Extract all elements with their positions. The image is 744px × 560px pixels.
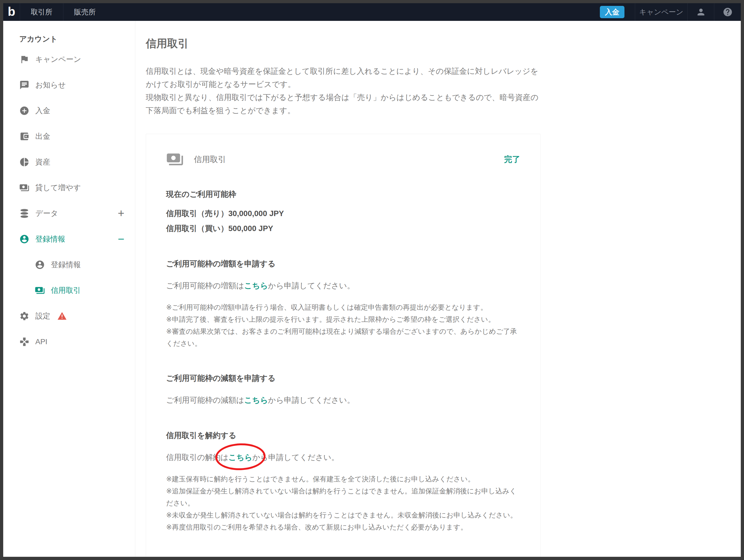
tab-exchange[interactable]: 取引所 [20,3,63,21]
increase-here-link[interactable]: こちら [244,281,268,290]
sidebar-item-withdraw[interactable]: 出金 [3,123,135,149]
bitbank-logo[interactable]: b [3,3,20,21]
cancel-notes: ※建玉保有時に解約を行うことはできません。保有建玉を全て決済した後にお申し込みく… [166,473,520,533]
intro-paragraph-1: 信用取引とは、現金や暗号資産を保証金として取引所に差し入れることにより、その保証… [146,65,541,91]
limit-buy: 信用取引（買い）500,000 JPY [166,222,520,235]
sidebar-item-data[interactable]: データ + [3,200,135,226]
sidebar-item-registration[interactable]: 登録情報 − [3,226,135,252]
text: から申請してください。 [252,453,339,461]
cancel-heading: 信用取引を解約する [166,430,520,441]
sidebar-item-label: 設定 [35,311,50,321]
sidebar-item-assets[interactable]: 資産 [3,149,135,175]
note: ※追加保証金が発生し解消されていない場合は解約を行うことはできません。追加保証金… [166,485,520,509]
note: ※申請完了後、審査を行い上限の提示を行います。提示された上限枠からご希望の枠をご… [166,313,520,326]
wallet-icon [19,131,29,142]
sidebar: アカウント キャンペーン お知らせ 入金 出金 資産 [3,21,135,557]
deposit-button[interactable]: 入金 [600,6,625,18]
sidebar-subitem-margin-trading[interactable]: 信用取引 [3,277,135,303]
sidebar-subitem-registration[interactable]: 登録情報 [3,252,135,277]
text: ご利用可能枠の増額は [166,281,244,290]
sidebar-item-label: 登録情報 [51,260,81,270]
note: ※建玉保有時に解約を行うことはできません。保有建玉を全て決済した後にお申し込みく… [166,473,520,485]
text: 信用取引の解約は [166,453,228,461]
sidebar-item-label: キャンペーン [35,54,81,65]
sidebar-item-campaign[interactable]: キャンペーン [3,46,135,72]
sidebar-item-label: API [35,337,47,346]
note: ※未収金が発生し解消されていない場合は解約を行うことはできません。未収金解消後に… [166,509,520,521]
note: ※ご利用可能枠の増額申請を行う場合、収入証明書もしくは確定申告書類の再提出が必要… [166,301,520,313]
nav-campaign-link[interactable]: キャンペーン [635,3,687,21]
intro-paragraph-2: 現物取引と異なり、信用取引では下がると予想する場合は「売り」からはじめることもで… [146,91,541,117]
increase-notes: ※ご利用可能枠の増額申請を行う場合、収入証明書もしくは確定申告書類の再提出が必要… [166,301,520,349]
add-circle-icon [19,106,29,116]
gear-icon [19,311,29,321]
cancel-here-link[interactable]: こちら [228,453,252,461]
increase-heading: ご利用可能枠の増額を申請する [166,259,520,269]
note: ※再度信用取引のご利用を希望される場合、改めて新規にお申し込みいただく必要があり… [166,521,520,533]
help-icon [722,7,733,17]
page-title: 信用取引 [146,36,541,51]
intro-text: 信用取引とは、現金や暗号資産を保証金として取引所に差し入れることにより、その保証… [146,65,541,117]
chat-icon [19,80,29,90]
payments-icon [166,151,184,168]
sidebar-item-label: 信用取引 [51,285,81,296]
text: ご利用可能枠の減額は [166,396,244,404]
sidebar-item-label: 資産 [35,157,50,167]
dpad-icon [19,337,29,347]
flag-icon [19,54,29,65]
person-icon [696,7,706,17]
nav-spacer [106,3,589,21]
limits-heading: 現在のご利用可能枠 [166,189,520,200]
logo-b-icon: b [8,5,15,17]
sidebar-item-label: 貸して増やす [35,183,81,193]
decrease-instruction: ご利用可能枠の減額はこちらから申請してください。 [166,394,520,407]
sidebar-item-lending[interactable]: 貸して増やす [3,175,135,200]
sidebar-item-label: お知らせ [35,80,66,90]
top-nav: b 取引所 販売所 入金 キャンペーン [3,3,741,21]
card-title: 信用取引 [194,154,226,165]
sidebar-item-label: 出金 [35,131,50,142]
limit-sell: 信用取引（売り）30,000,000 JPY [166,207,520,220]
nav-help-button[interactable] [714,3,741,21]
warning-icon [57,311,67,321]
payments-icon [19,183,29,193]
sidebar-item-settings[interactable]: 設定 [3,303,135,329]
text: から申請してください。 [268,396,355,404]
pie-chart-icon [19,157,29,167]
minus-expander-icon[interactable]: − [118,233,124,245]
sidebar-item-api[interactable]: API [3,329,135,354]
increase-instruction: ご利用可能枠の増額はこちらから申請してください。 [166,279,520,292]
page-body: アカウント キャンペーン お知らせ 入金 出金 資産 [3,21,741,557]
person-icon [35,260,45,270]
sidebar-header: アカウント [3,32,135,46]
screen: b 取引所 販売所 入金 キャンペーン アカウント キャンペーン お知らせ [0,0,744,560]
page: b 取引所 販売所 入金 キャンペーン アカウント キャンペーン お知らせ [3,3,741,557]
main-content: 信用取引 信用取引とは、現金や暗号資産を保証金として取引所に差し入れることにより… [135,21,741,557]
card-header: 信用取引 完了 [166,151,520,168]
cancel-instruction: 信用取引の解約はこちらから申請してください。 [166,451,520,464]
note: ※審査の結果次第では、お客さまのご利用可能枠は現在より減額する場合がございますの… [166,326,520,349]
margin-trading-card: 信用取引 完了 現在のご利用可能枠 信用取引（売り）30,000,000 JPY… [146,134,541,557]
sidebar-item-label: 登録情報 [35,234,65,244]
sidebar-item-label: 入金 [35,106,50,116]
decrease-heading: ご利用可能枠の減額を申請する [166,373,520,384]
text: から申請してください。 [268,281,355,290]
nav-deposit-cell: 入金 [589,3,635,21]
sidebar-item-notifications[interactable]: お知らせ [3,72,135,98]
person-icon [19,234,29,244]
status-badge: 完了 [504,154,520,165]
payments-icon [35,285,45,296]
database-icon [19,208,29,219]
decrease-here-link[interactable]: こちら [244,396,268,404]
tab-otc[interactable]: 販売所 [63,3,106,21]
sidebar-item-deposit[interactable]: 入金 [3,98,135,123]
plus-expander-icon[interactable]: + [118,208,124,219]
sidebar-item-label: データ [35,208,58,219]
nav-account-button[interactable] [687,3,714,21]
